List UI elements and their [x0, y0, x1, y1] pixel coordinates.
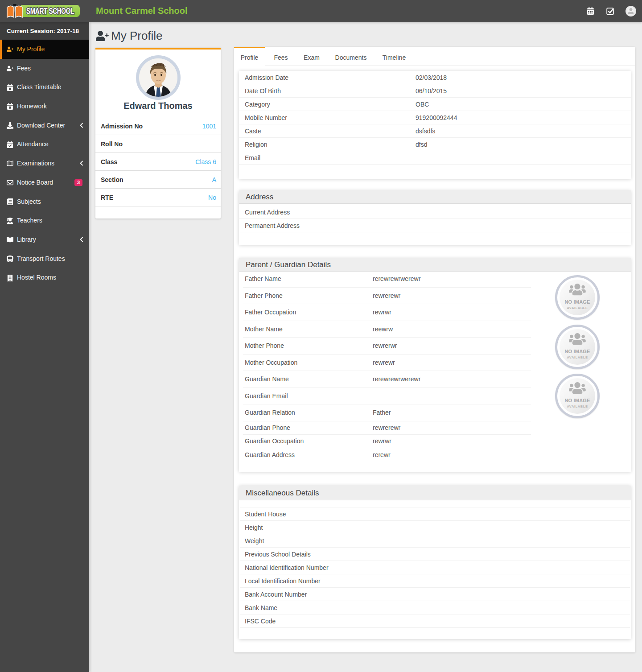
svg-text:SMART SCHOOL: SMART SCHOOL	[26, 7, 74, 16]
